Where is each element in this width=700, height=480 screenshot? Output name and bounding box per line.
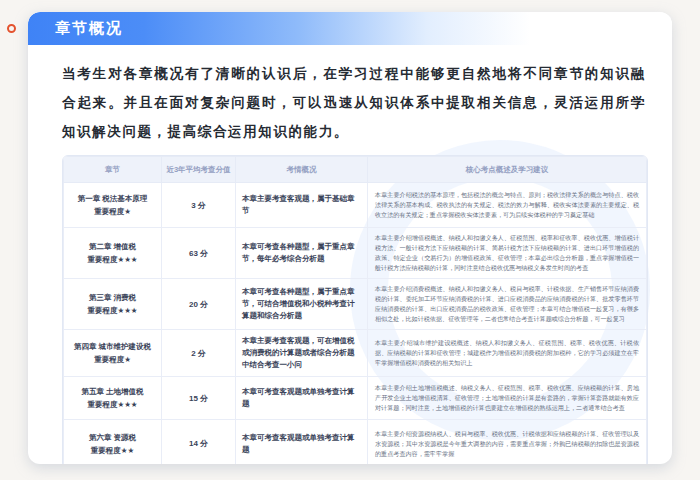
chapter-cell: 第三章 消费税 重要程度★★★ <box>64 279 162 330</box>
score-cell: 14 分 <box>162 420 236 465</box>
score-cell: 15 分 <box>162 377 236 420</box>
chapter-name: 第五章 土地增值税 <box>66 385 159 398</box>
section-title: 章节概况 <box>55 19 123 38</box>
chapter-name: 第二章 增值税 <box>66 240 159 253</box>
chapter-cell: 第五章 土地增值税 重要程度★★★ <box>64 377 162 420</box>
table-header-row: 章节 近3年平均考查分值 考情概况 核心考点概述及学习建议 <box>64 157 647 183</box>
exam-overview-cell: 本章主要考查客观题，属于基础章节 <box>236 183 368 228</box>
col-header-key-points: 核心考点概述及学习建议 <box>368 157 647 183</box>
table-row: 第三章 消费税 重要程度★★★ 20 分 本章可考查各种题型，属于重点章节，可结… <box>64 279 647 330</box>
chapter-cell: 第六章 资源税 重要程度★★ <box>64 420 162 465</box>
chapter-importance: 重要程度★ <box>66 205 159 218</box>
chapter-cell: 第一章 税法基本原理 重要程度★ <box>64 183 162 228</box>
section-header-band: 章节概况 <box>28 12 672 45</box>
card-body: 当考生对各章概况有了清晰的认识后，在学习过程中能够更自然地将不同章节的知识融合起… <box>28 45 672 464</box>
key-points-cell: 本章主要介绍增值税概述、纳税人和扣缴义务人、征税范围、税率和征收率、税收优惠、增… <box>368 228 647 279</box>
bullet-ring-icon <box>7 24 16 33</box>
col-header-chapter: 章节 <box>64 157 162 183</box>
exam-overview-cell: 本章可考查客观题或单独考查计算题 <box>236 377 368 420</box>
page: 章节概况 当考生对各章概况有了清晰的认识后，在学习过程中能够更自然地将不同章节的… <box>0 0 700 480</box>
exam-overview-cell: 本章可考查各种题型，属于重点章节，每年必考综合分析题 <box>236 228 368 279</box>
chapter-importance: 重要程度★ <box>66 353 159 366</box>
table-row: 第四章 城市维护建设税 重要程度★ 2 分 本章主要考查客观题，可在增值税或消费… <box>64 330 647 377</box>
key-points-cell: 本章主要介绍消费税概述、纳税人和扣缴义务人、税目与税率、计税依据、生产销售环节应… <box>368 279 647 330</box>
table-row: 第二章 增值税 重要程度★★★ 63 分 本章可考查各种题型，属于重点章节，每年… <box>64 228 647 279</box>
exam-overview-cell: 本章可考查各种题型，属于重点章节，可结合增值税和小税种考查计算题和综合分析题 <box>236 279 368 330</box>
chapter-cell: 第四章 城市维护建设税 重要程度★ <box>64 330 162 377</box>
chapter-importance: 重要程度★★★ <box>66 398 159 411</box>
score-cell: 20 分 <box>162 279 236 330</box>
chapters-table: 章节 近3年平均考查分值 考情概况 核心考点概述及学习建议 第一章 税法基本原理… <box>62 155 648 464</box>
col-header-avg-score: 近3年平均考查分值 <box>162 157 236 183</box>
score-cell: 63 分 <box>162 228 236 279</box>
chapter-cell: 第二章 增值税 重要程度★★★ <box>64 228 162 279</box>
chapter-importance: 重要程度★★ <box>66 444 159 457</box>
table-row: 第五章 土地增值税 重要程度★★★ 15 分 本章可考查客观题或单独考查计算题 … <box>64 377 647 420</box>
key-points-cell: 本章主要介绍资源税纳税人、税目与税率、税收优惠、计税依据和应纳税额的计算、征收管… <box>368 420 647 465</box>
score-cell: 2 分 <box>162 330 236 377</box>
chapter-importance: 重要程度★★★ <box>66 304 159 317</box>
chapter-name: 第三章 消费税 <box>66 291 159 304</box>
chapter-name: 第四章 城市维护建设税 <box>66 340 159 353</box>
exam-overview-cell: 本章主要考查客观题，可在增值税或消费税的计算题或者综合分析题中结合考查一小问 <box>236 330 368 377</box>
chapter-overview-card: 章节概况 当考生对各章概况有了清晰的认识后，在学习过程中能够更自然地将不同章节的… <box>28 12 672 464</box>
exam-overview-cell: 本章可考查客观题或单独考查计算题 <box>236 420 368 465</box>
table-row: 第六章 资源税 重要程度★★ 14 分 本章可考查客观题或单独考查计算题 本章主… <box>64 420 647 465</box>
key-points-cell: 本章主要介绍税法的基本原理，包括税法的概念与特点、原则；税收法律关系的概念与特点… <box>368 183 647 228</box>
intro-paragraph: 当考生对各章概况有了清晰的认识后，在学习过程中能够更自然地将不同章节的知识融合起… <box>62 59 646 146</box>
score-cell: 3 分 <box>162 183 236 228</box>
table-row: 第一章 税法基本原理 重要程度★ 3 分 本章主要考查客观题，属于基础章节 本章… <box>64 183 647 228</box>
chapter-importance: 重要程度★★★ <box>66 253 159 266</box>
key-points-cell: 本章主要介绍城市维护建设税概述、纳税人和扣缴义务人、征税范围、税率、税收优惠、计… <box>368 330 647 377</box>
col-header-exam-overview: 考情概况 <box>236 157 368 183</box>
key-points-cell: 本章主要介绍土地增值税概述、纳税义务人、征税范围、税率、税收优惠、应纳税额的计算… <box>368 377 647 420</box>
chapter-name: 第六章 资源税 <box>66 431 159 444</box>
chapter-name: 第一章 税法基本原理 <box>66 192 159 205</box>
